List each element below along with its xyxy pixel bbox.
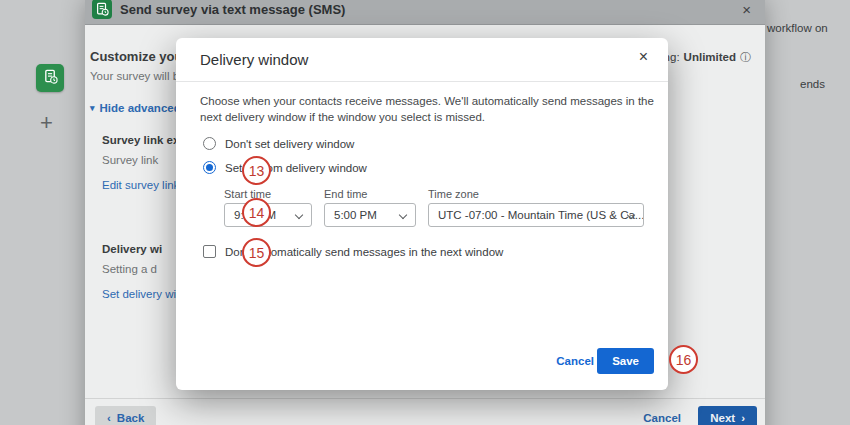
sms-survey-icon (92, 0, 112, 19)
callout-15: 15 (242, 238, 271, 267)
sms-modal-header: Send survey via text message (SMS) × (85, 0, 765, 25)
info-icon[interactable]: ⓘ (740, 52, 751, 63)
end-time-select[interactable]: 5:00 PM (324, 203, 416, 227)
close-icon[interactable]: × (742, 2, 751, 17)
radio-unselected[interactable] (203, 137, 216, 150)
time-zone-select[interactable]: UTC -07:00 - Mountain Time (US & Ca... (428, 203, 644, 227)
delivery-modal-title: Delivery window (200, 51, 308, 68)
chevron-right-icon: › (741, 412, 745, 424)
chevron-down-icon (399, 211, 407, 219)
start-time-label: Start time (224, 188, 271, 200)
radio-no-window-label: Don't set delivery window (225, 138, 354, 150)
delivery-description: Choose when your contacts receive messag… (200, 93, 654, 125)
hide-advanced-link[interactable]: ▾ Hide advanced (90, 102, 181, 114)
next-button[interactable]: Next › (698, 406, 757, 425)
back-button[interactable]: ‹ Back (95, 406, 156, 425)
remaining-value: Unlimited (684, 51, 736, 63)
delivery-body-fragment: Setting a d (102, 263, 157, 275)
survey-sms-icon (43, 69, 58, 88)
radio-row-no-window[interactable]: Don't set delivery window (203, 137, 354, 150)
save-button[interactable]: Save (597, 348, 654, 374)
header-divider (176, 81, 668, 82)
footer-divider (85, 398, 765, 399)
close-icon[interactable]: × (639, 49, 648, 65)
radio-row-custom-window[interactable]: Set custom delivery window (203, 161, 367, 174)
cancel-button[interactable]: Cancel (643, 412, 681, 424)
callout-13: 13 (242, 156, 271, 185)
hide-advanced-label: Hide advanced (100, 102, 181, 114)
chevron-down-icon (295, 211, 303, 219)
sms-modal-title: Send survey via text message (SMS) (120, 2, 345, 17)
cancel-button[interactable]: Cancel (556, 355, 594, 367)
chevron-down-icon: ▾ (90, 103, 95, 113)
radio-selected[interactable] (203, 161, 216, 174)
sms-distribution-node[interactable] (36, 64, 64, 92)
callout-14: 14 (242, 198, 271, 227)
callout-16: 16 (669, 345, 698, 374)
time-zone-label: Time zone (428, 188, 479, 200)
chevron-left-icon: ‹ (107, 412, 111, 424)
next-button-label: Next (710, 412, 735, 424)
app-root: + workflow on ends Send survey via text … (0, 0, 850, 425)
set-delivery-window-link[interactable]: Set delivery wi (102, 288, 176, 300)
back-button-label: Back (117, 412, 145, 424)
delivery-heading-fragment: Delivery wi (102, 243, 162, 255)
survey-link-heading-fragment: Survey link exp (102, 134, 186, 146)
workflow-toggle-label-fragment: workflow on (767, 22, 828, 34)
end-time-value: 5:00 PM (334, 209, 377, 221)
customize-heading-fragment: Customize your (90, 49, 188, 64)
checkbox-unchecked[interactable] (203, 245, 216, 258)
survey-link-body-fragment: Survey link (102, 154, 158, 166)
edit-survey-link[interactable]: Edit survey link (102, 179, 179, 191)
node-label-fragment: ends (800, 78, 825, 90)
time-zone-value: UTC -07:00 - Mountain Time (US & Ca... (438, 209, 644, 221)
end-time-label: End time (324, 188, 367, 200)
add-step-button[interactable]: + (40, 110, 53, 136)
